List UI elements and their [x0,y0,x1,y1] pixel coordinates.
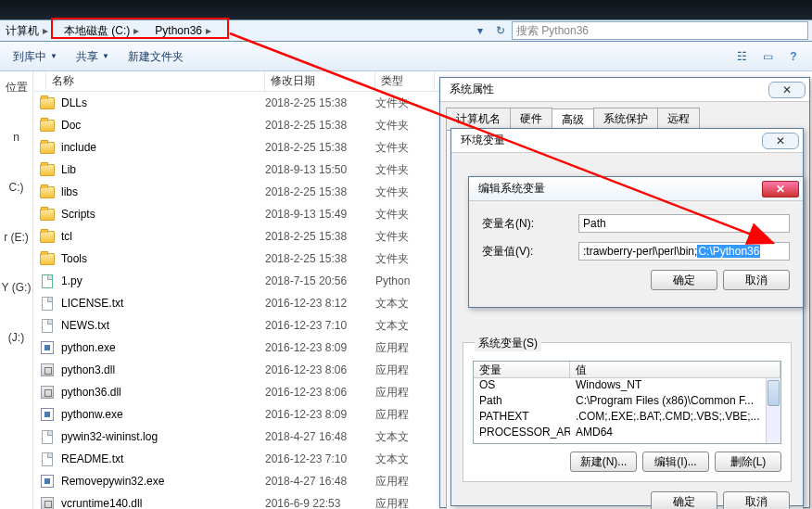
col-type[interactable]: 类型 [375,71,435,91]
file-name: README.txt [61,452,265,465]
file-date: 2016-12-23 8:09 [265,408,375,421]
close-icon[interactable]: ✕ [762,133,799,149]
explorer-toolbar: 到库中▼ 共享▼ 新建文件夹 ☷ ▭ ? [0,42,812,71]
view-options-icon[interactable]: ☷ [730,46,753,67]
var-value-label: 变量值(V): [482,244,578,260]
col-name[interactable]: 名称 [46,71,265,91]
search-input[interactable]: 搜索 Python36 [512,21,808,40]
file-date: 2016-12-23 8:12 [265,297,375,310]
exe-icon [33,341,61,354]
file-type: 应用程 [375,363,435,378]
file-name: libs [61,185,265,198]
nav-loc[interactable]: 位置 [2,81,32,94]
breadcrumb-folder-label: Python36 [155,20,202,41]
sv-hdr-var[interactable]: 变量 [474,362,570,377]
new-folder-button[interactable]: 新建文件夹 [119,46,193,67]
chevron-right-icon: ▸ [133,20,139,41]
file-name: Tools [61,252,265,265]
file-name: vcruntime140.dll [61,497,265,509]
exe-icon [33,408,61,421]
file-name: Scripts [61,208,265,221]
preview-pane-icon[interactable]: ▭ [756,46,779,67]
file-date: 2018-2-25 15:38 [265,185,375,198]
file-icon [33,452,61,466]
scrollbar-thumb[interactable] [768,380,780,406]
folder-icon [33,231,61,243]
file-date: 2016-12-23 8:06 [265,386,375,399]
file-date: 2018-7-15 20:56 [265,274,375,287]
var-value-input[interactable]: :trawberry-perl\perl\bin;C:\Python36 [578,242,790,261]
sysvar-row[interactable]: PROCESSOR_ARAMD64 [474,426,780,441]
nav-y[interactable]: Y (G:) [2,281,32,294]
close-icon[interactable]: ✕ [762,181,799,197]
file-date: 2018-2-25 15:38 [265,141,375,154]
file-icon [33,430,61,444]
nav-j[interactable]: (J:) [2,331,32,344]
sysvar-row[interactable]: PATHEXT.COM;.EXE;.BAT;.CMD;.VBS;.VBE;... [474,410,780,426]
tab-0[interactable]: 计算机名 [446,108,511,130]
file-name: LICENSE.txt [61,297,265,310]
sysvar-row[interactable]: PathC:\Program Files (x86)\Common F... [474,394,780,410]
close-icon[interactable]: ✕ [768,82,806,98]
scrollbar[interactable] [766,378,780,443]
breadcrumb-drive[interactable]: 本地磁盘 (C:)▸ [58,20,149,41]
folder-icon [33,186,61,198]
file-date: 2018-2-25 15:38 [265,252,375,265]
sv-del-button[interactable]: 删除(L) [715,452,781,472]
nav-n[interactable]: n [2,131,32,144]
file-date: 2016-12-23 7:10 [265,452,375,465]
folder-icon [33,120,61,132]
envvar-cancel-button[interactable]: 取消 [723,491,790,509]
address-dropdown-icon[interactable]: ▾ [471,21,489,40]
envvar-title: 环境变量 [461,133,505,148]
envvar-ok-button[interactable]: 确定 [651,491,717,509]
sysprop-tabs: 计算机名硬件高级系统保护远程 [440,102,809,130]
sv-new-button[interactable]: 新建(N)... [570,452,637,472]
file-date: 2018-2-25 15:38 [265,96,375,109]
nav-c[interactable]: C:) [2,181,32,194]
sysvars-label: 系统变量(S) [475,336,541,351]
include-in-library-button[interactable]: 到库中▼ [4,46,67,67]
tab-1[interactable]: 硬件 [510,108,552,130]
nav-e[interactable]: r (E:) [2,231,32,244]
file-date: 2018-2-25 15:38 [265,119,375,132]
tab-4[interactable]: 远程 [657,108,700,130]
sv-edit-button[interactable]: 编辑(I)... [642,452,709,472]
file-name: NEWS.txt [61,319,265,332]
col-date[interactable]: 修改日期 [265,71,375,91]
breadcrumb-root[interactable]: 计算机▸ [0,20,58,41]
file-name: Removepywin32.exe [61,475,265,488]
sv-hdr-val[interactable]: 值 [570,362,780,377]
file-type: 文件夹 [375,162,435,178]
file-name: pywin32-wininst.log [61,430,265,443]
py-icon [33,274,61,288]
file-type: 应用程 [375,474,435,490]
breadcrumb-folder[interactable]: Python36▸ [149,20,222,41]
sysvars-list[interactable]: 变量 值 OSWindows_NTPathC:\Program Files (x… [473,361,781,444]
file-type: 文件夹 [375,251,435,267]
file-icon [33,297,61,311]
search-placeholder: 搜索 Python36 [516,23,589,39]
help-icon[interactable]: ? [782,46,805,67]
file-type: 文本文 [375,429,435,445]
folder-icon [33,253,61,265]
editdlg-ok-button[interactable]: 确定 [651,270,717,290]
file-type: 文件夹 [375,185,435,200]
file-date: 2018-4-27 16:48 [265,430,375,443]
file-type: 应用程 [375,407,435,423]
refresh-icon[interactable]: ↻ [491,21,510,40]
file-date: 2016-12-23 7:10 [265,319,375,332]
envvar-titlebar: 环境变量 ✕ [451,129,803,153]
tab-3[interactable]: 系统保护 [593,108,658,130]
sysvar-row[interactable]: OSWindows_NT [474,378,780,394]
folder-icon [33,209,61,221]
editdlg-cancel-button[interactable]: 取消 [723,270,790,290]
var-name-input[interactable] [578,214,790,233]
file-icon [33,319,61,333]
edit-sysvar-dialog: 编辑系统变量 ✕ 变量名(N): 变量值(V): :trawberry-perl… [468,176,804,308]
file-name: Doc [61,119,265,132]
file-name: pythonw.exe [61,408,265,421]
share-button[interactable]: 共享▼ [67,46,119,67]
file-name: 1.py [61,274,265,287]
var-name-label: 变量名(N): [482,216,578,232]
